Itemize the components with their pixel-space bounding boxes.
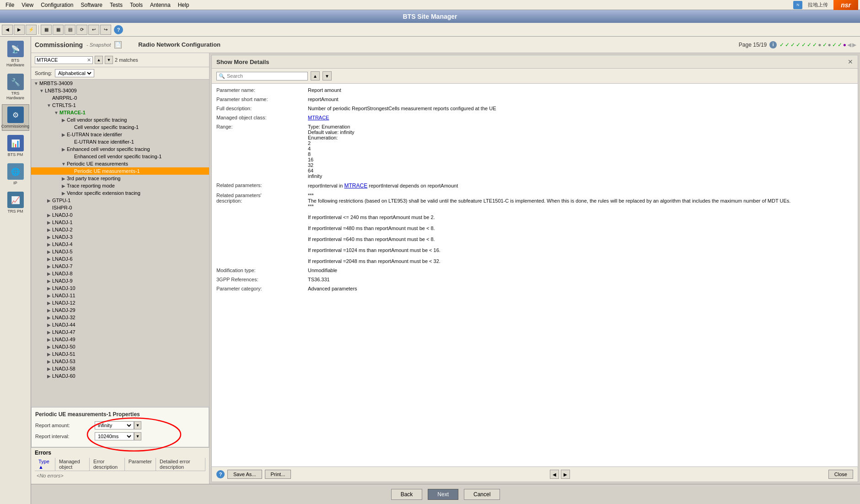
search-prev-btn[interactable]: ▲ (95, 56, 103, 64)
toolbar-btn-1[interactable]: ◀ (2, 25, 13, 35)
tree-node-lnadj10[interactable]: ▶LNADJ-10 (31, 284, 209, 292)
sidebar-item-ip[interactable]: 🌐 IP (2, 161, 29, 188)
mtrace-link[interactable]: MTRACE (344, 182, 367, 189)
tree-node-lnadj1[interactable]: ▶LNADJ-1 (31, 219, 209, 226)
menu-file[interactable]: File (2, 1, 18, 9)
detail-help-icon[interactable]: ? (216, 470, 225, 478)
tree-node-cellvendor[interactable]: ▶ Cell vendor specific tracing (31, 116, 209, 123)
expand-periodic[interactable]: ▼ (60, 161, 67, 167)
tree-node-lnadj44[interactable]: ▶LNADJ-44 (31, 321, 209, 328)
tree-node-lnadj9[interactable]: ▶LNADJ-9 (31, 277, 209, 284)
menu-tools[interactable]: Tools (126, 1, 146, 9)
tree-node-lnadj2[interactable]: ▶LNADJ-2 (31, 226, 209, 233)
detail-search-input[interactable] (227, 73, 306, 79)
report-interval-select[interactable]: 120ms 240ms 480ms 640ms 1024ms 2048ms 51… (96, 433, 133, 440)
expand-enhanced[interactable]: ▶ (60, 146, 67, 152)
save-as-button[interactable]: Save As... (227, 470, 262, 479)
tree-node-lnadj6[interactable]: ▶LNADJ-6 (31, 255, 209, 263)
tree-node-lnadj51[interactable]: ▶LNADJ-51 (31, 350, 209, 358)
report-amount-dropdown-btn[interactable]: ▼ (134, 421, 141, 429)
menu-view[interactable]: View (18, 1, 37, 9)
toolbar-btn-5[interactable]: ▦ (53, 25, 64, 35)
expand-party3rd[interactable]: ▶ (60, 175, 67, 182)
right-panel-close-btn[interactable]: ✕ (848, 58, 853, 65)
help-icon[interactable]: ? (114, 25, 123, 34)
tree-node-lnadj12[interactable]: ▶LNADJ-12 (31, 299, 209, 306)
toolbar-btn-7[interactable]: ⟳ (76, 25, 87, 35)
expand-lnbts[interactable]: ▼ (38, 87, 45, 94)
tree-node-lnadj50[interactable]: ▶LNADJ-50 (31, 343, 209, 350)
tree-node-lnadj11[interactable]: ▶LNADJ-11 (31, 292, 209, 299)
menu-tests[interactable]: Tests (106, 1, 126, 9)
expand-cellvendor[interactable]: ▶ (60, 117, 67, 123)
tree-node-lnadj32[interactable]: ▶LNADJ-32 (31, 314, 209, 321)
report-interval-dropdown-btn[interactable]: ▼ (134, 432, 141, 440)
cancel-button[interactable]: Cancel (464, 489, 500, 500)
menu-configuration[interactable]: Configuration (37, 1, 77, 9)
tree-node-lnadj5[interactable]: ▶LNADJ-5 (31, 248, 209, 255)
tree-node-lnadj49[interactable]: ▶LNADJ-49 (31, 336, 209, 343)
toolbar-btn-6[interactable]: ▤ (64, 25, 75, 35)
tree-node-cellvendor1[interactable]: Cell vendor specific tracing-1 (31, 123, 209, 131)
snapshot-icon[interactable]: 📄 (114, 41, 122, 48)
expand-tracemode[interactable]: ▶ (60, 182, 67, 189)
toolbar-btn-3[interactable]: ⚡ (26, 25, 37, 35)
menu-help[interactable]: Help (174, 1, 193, 9)
tree-node-lnbts[interactable]: ▼ LNBTS-34009 (31, 87, 209, 94)
errors-col-param[interactable]: Parameter (125, 458, 156, 471)
expand-ctrlts[interactable]: ▼ (46, 102, 52, 108)
tree-node-lnadj53[interactable]: ▶LNADJ-53 (31, 358, 209, 365)
tree-node-eutran1[interactable]: E-UTRAN trace identifier-1 (31, 138, 209, 145)
tree-node-anrprl[interactable]: ANRPRL-0 (31, 94, 209, 102)
tree-node-ishpr0[interactable]: ISHPR-0 (31, 204, 209, 211)
tree-node-lnadj7[interactable]: ▶LNADJ-7 (31, 263, 209, 270)
errors-col-type[interactable]: Type ▲ (35, 458, 55, 471)
page-info-icon[interactable]: i (769, 41, 777, 48)
search-clear-btn[interactable]: ✕ (87, 57, 91, 63)
toolbar-btn-8[interactable]: ↩ (88, 25, 99, 35)
detail-bottom-next-btn[interactable]: ▶ (561, 470, 570, 479)
expand-eutran[interactable]: ▶ (60, 131, 67, 138)
detail-bottom-prev-btn[interactable]: ◀ (550, 470, 559, 479)
sidebar-item-trs-pm[interactable]: 📈 TRS PM (2, 189, 29, 216)
menu-antenna[interactable]: Antenna (146, 1, 174, 9)
tree-node-lnadj3[interactable]: ▶LNADJ-3 (31, 233, 209, 241)
errors-col-managed[interactable]: Managed object (55, 458, 90, 471)
tree-node-lnadj29[interactable]: ▶LNADJ-29 (31, 306, 209, 314)
tree-node-periodic[interactable]: ▼ Periodic UE measurements (31, 160, 209, 167)
tree-node-mrbts[interactable]: ▼ MRBTS-34009 (31, 80, 209, 87)
detail-prev-btn[interactable]: ▲ (311, 71, 320, 80)
sidebar-item-bts-hardware[interactable]: 📡 BTS Hardware (2, 38, 29, 70)
tree-node-lnadj8[interactable]: ▶LNADJ-8 (31, 270, 209, 277)
tree-node-mtrace[interactable]: ▼ MTRACE-1 (31, 109, 209, 116)
detail-next-btn[interactable]: ▼ (322, 71, 332, 80)
expand-gtpu1[interactable]: ▶ (46, 197, 52, 204)
expand-mtrace[interactable]: ▼ (53, 109, 59, 116)
tree-node-lnadj0[interactable]: ▶LNADJ-0 (31, 211, 209, 219)
tree-node-enhanced1[interactable]: Enhanced cell vendor specific tracing-1 (31, 153, 209, 160)
tree-node-vendorext[interactable]: ▶ Vendor specific extension tracing (31, 189, 209, 197)
managed-object-link[interactable]: MTRACE (308, 115, 853, 120)
toolbar-btn-2[interactable]: ▶ (14, 25, 25, 35)
expand-mrbts[interactable]: ▼ (33, 80, 39, 86)
tree-node-enhanced[interactable]: ▶ Enhanced cell vendor specific tracing (31, 145, 209, 153)
sidebar-item-bts-pm[interactable]: 📊 BTS PM (2, 133, 29, 159)
sidebar-item-commissioning[interactable]: ⚙ Commissioning (2, 104, 29, 131)
search-next-btn[interactable]: ▼ (105, 56, 113, 64)
back-button[interactable]: Back (391, 489, 423, 500)
tree-node-lnadj60[interactable]: ▶LNADJ-60 (31, 372, 209, 380)
report-amount-select[interactable]: 2 4 8 16 32 64 infinity (96, 422, 133, 429)
menu-software[interactable]: Software (77, 1, 106, 9)
toolbar-btn-4[interactable]: ▦ (41, 25, 52, 35)
nav-prev[interactable]: ◀ (847, 42, 851, 48)
tree-node-lnadj58[interactable]: ▶LNADJ-58 (31, 365, 209, 372)
tree-node-lnadj47[interactable]: ▶LNADJ-47 (31, 328, 209, 336)
print-button[interactable]: Print... (265, 470, 291, 479)
tree-node-gtpu1[interactable]: ▶ GTPU-1 (31, 197, 209, 204)
errors-col-desc[interactable]: Error description (90, 458, 125, 471)
close-button[interactable]: Close (828, 470, 853, 479)
sidebar-item-trs-hardware[interactable]: 🔧 TRS Hardware (2, 71, 29, 102)
tree-node-eutran[interactable]: ▶ E-UTRAN trace identifier (31, 131, 209, 138)
next-button[interactable]: Next (428, 489, 458, 500)
tree-node-tracemode[interactable]: ▶ Trace reporting mode (31, 182, 209, 189)
